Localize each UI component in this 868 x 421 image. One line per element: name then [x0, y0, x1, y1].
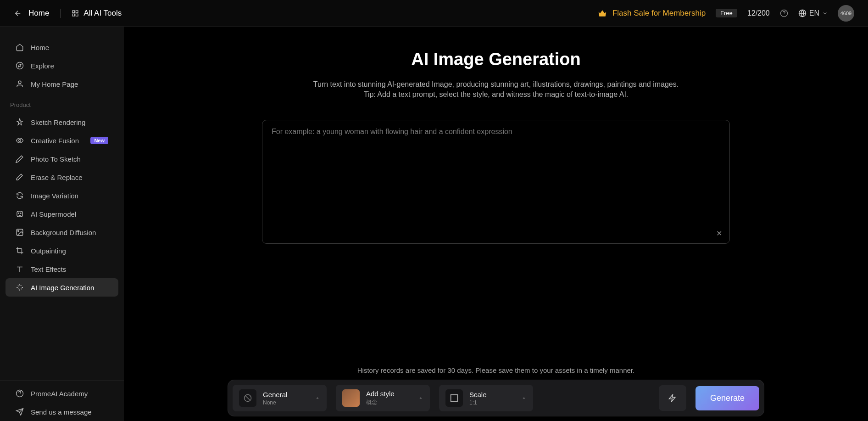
generate-label: Generate: [710, 393, 745, 403]
home-icon: [16, 43, 24, 51]
sidebar-item-image-variation[interactable]: Image Variation: [6, 186, 118, 205]
pencil-icon: [16, 155, 24, 163]
sidebar-item-erase-replace[interactable]: Erase & Replace: [6, 168, 118, 186]
option-scale[interactable]: Scale 1:1: [439, 385, 533, 411]
sidebar-item-send-message[interactable]: Send us a message: [6, 403, 118, 421]
sidebar-item-label: Background Diffusion: [31, 229, 96, 236]
style-thumbnail: [342, 389, 360, 407]
top-nav-right: Flash Sale for Membership Free 12/200 EN…: [598, 5, 854, 22]
sidebar-item-creative-fusion[interactable]: Creative Fusion New: [6, 131, 118, 150]
sidebar-item-outpainting[interactable]: Outpainting: [6, 241, 118, 260]
all-tools-label: All AI Tools: [83, 9, 122, 18]
language-label: EN: [809, 9, 819, 17]
help-circle-icon: [16, 389, 24, 398]
sidebar-item-label: Text Effects: [31, 265, 66, 273]
sidebar-item-academy[interactable]: PromeAI Academy: [6, 384, 118, 403]
svg-point-6: [17, 62, 23, 69]
crop-icon: [16, 247, 24, 255]
svg-point-8: [19, 140, 21, 142]
sidebar-bottom: PromeAI Academy Send us a message: [0, 380, 124, 421]
globe-icon: [798, 9, 807, 17]
page-subtitle-2: Tip: Add a text prompt, select the style…: [364, 90, 629, 99]
sidebar-item-my-home[interactable]: My Home Page: [6, 75, 118, 93]
sidebar-item-ai-supermodel[interactable]: AI Supermodel: [6, 205, 118, 223]
free-badge: Free: [716, 9, 737, 17]
prompt-box: ✕: [262, 120, 730, 244]
sidebar-item-label: Explore: [31, 62, 54, 70]
sidebar: Home Explore My Home Page Product Sketch…: [0, 27, 124, 421]
credit-counter: 12/200: [747, 9, 770, 17]
sparkle-icon: [16, 283, 24, 292]
divider: [60, 9, 61, 18]
top-nav-left: Home All AI Tools: [14, 9, 122, 18]
chevron-down-icon: [822, 11, 828, 16]
option-texts: Add style 概念: [366, 390, 395, 406]
generate-button[interactable]: Generate: [696, 386, 759, 410]
sidebar-item-label: Send us a message: [31, 408, 92, 416]
option-general[interactable]: General None: [233, 385, 327, 411]
svg-point-11: [21, 213, 22, 214]
compass-icon: [16, 62, 24, 70]
prompt-input[interactable]: [272, 128, 720, 236]
svg-rect-16: [451, 395, 458, 402]
option-title: General: [263, 391, 287, 399]
chevron-up-icon: [521, 395, 527, 401]
send-icon: [16, 408, 24, 416]
language-selector[interactable]: EN: [798, 9, 828, 17]
svg-point-13: [18, 230, 19, 232]
chevron-up-icon: [315, 395, 320, 401]
sidebar-item-photo-to-sketch[interactable]: Photo To Sketch: [6, 150, 118, 168]
sidebar-item-label: Home: [31, 44, 49, 51]
option-sub: 1:1: [469, 399, 487, 406]
sidebar-item-home[interactable]: Home: [6, 38, 118, 56]
star-icon: [16, 118, 24, 126]
svg-rect-1: [76, 11, 78, 13]
sidebar-item-ai-image-generation[interactable]: AI Image Generation: [6, 278, 118, 297]
ratio-icon: [445, 389, 463, 407]
svg-rect-2: [72, 14, 75, 16]
option-sub: 概念: [366, 399, 395, 406]
sidebar-item-label: Erase & Replace: [31, 174, 83, 181]
top-nav: Home All AI Tools Flash Sale for Members…: [0, 0, 868, 27]
home-label: Home: [28, 9, 49, 18]
history-note: History records are saved for 30 days. P…: [357, 366, 634, 374]
flash-sale-link[interactable]: Flash Sale for Membership: [598, 9, 706, 18]
refresh-icon: [16, 191, 24, 200]
page-subtitle-1: Turn text into stunning AI-generated Ima…: [313, 80, 679, 89]
sidebar-item-text-effects[interactable]: Text Effects: [6, 260, 118, 278]
image-icon: [16, 228, 24, 236]
avatar[interactable]: 4609: [838, 5, 854, 22]
option-texts: General None: [263, 391, 287, 406]
all-tools-button[interactable]: All AI Tools: [72, 9, 122, 18]
option-style[interactable]: Add style 概念: [336, 385, 430, 411]
sidebar-item-explore[interactable]: Explore: [6, 56, 118, 75]
lightning-icon: [668, 393, 677, 403]
sidebar-item-background-diffusion[interactable]: Background Diffusion: [6, 223, 118, 241]
sidebar-item-label: My Home Page: [31, 80, 78, 88]
section-label-product: Product: [0, 93, 124, 113]
help-icon[interactable]: [780, 9, 788, 17]
sidebar-item-label: Creative Fusion: [31, 137, 79, 145]
text-icon: [16, 265, 24, 273]
svg-rect-0: [72, 11, 75, 13]
flash-sale-label: Flash Sale for Membership: [612, 9, 706, 18]
page-title: AI Image Generation: [411, 50, 581, 69]
face-icon: [16, 210, 24, 218]
main-content: AI Image Generation Turn text into stunn…: [124, 27, 868, 421]
sidebar-item-sketch-rendering[interactable]: Sketch Rendering: [6, 113, 118, 131]
crown-icon: [598, 9, 607, 18]
none-icon: [239, 389, 256, 407]
sidebar-item-label: AI Supermodel: [31, 210, 76, 218]
option-texts: Scale 1:1: [469, 391, 487, 406]
option-sub: None: [263, 399, 287, 406]
options-bar: General None Add style 概念 Scale: [228, 380, 764, 416]
enhance-button[interactable]: [659, 385, 686, 411]
svg-point-7: [18, 81, 21, 84]
eye-icon: [16, 136, 24, 145]
sidebar-item-label: PromeAI Academy: [31, 390, 88, 398]
grid-icon: [72, 10, 79, 17]
sidebar-item-label: Outpainting: [31, 247, 66, 255]
back-home-button[interactable]: Home: [14, 9, 49, 18]
sidebar-item-label: Photo To Sketch: [31, 155, 81, 163]
clear-button[interactable]: ✕: [716, 229, 722, 238]
